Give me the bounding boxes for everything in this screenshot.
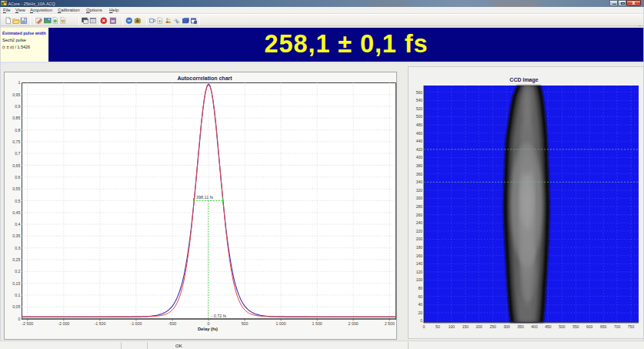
svg-text:0: 0: [420, 318, 422, 323]
svg-text:0,35: 0,35: [12, 233, 20, 238]
svg-text:Autocorrelation chart: Autocorrelation chart: [177, 76, 232, 81]
svg-text:600: 600: [586, 324, 593, 329]
svg-text:340: 340: [416, 180, 423, 184]
svg-text:50: 50: [435, 324, 440, 329]
svg-text:450: 450: [545, 324, 552, 329]
svg-text:CCD Image: CCD Image: [509, 77, 538, 83]
svg-text:40: 40: [418, 302, 422, 307]
svg-text:0,15: 0,15: [12, 281, 20, 286]
svg-text:0: 0: [423, 324, 425, 329]
svg-text:0: 0: [208, 321, 210, 326]
svg-text:2 000: 2 000: [349, 321, 359, 326]
svg-text:120: 120: [416, 270, 423, 274]
svg-text:-1 500: -1 500: [94, 321, 105, 326]
svg-text:20: 20: [418, 310, 422, 315]
svg-text:320: 320: [416, 188, 423, 193]
svg-text:300: 300: [503, 324, 510, 329]
svg-text:300: 300: [416, 196, 423, 200]
svg-text:398,11 fs: 398,11 fs: [196, 195, 213, 200]
svg-text:750: 750: [628, 324, 635, 329]
svg-text:0,85: 0,85: [12, 116, 20, 120]
svg-text:0,75: 0,75: [12, 139, 20, 144]
svg-text:160: 160: [416, 253, 423, 258]
svg-text:400: 400: [531, 324, 538, 329]
svg-text:460: 460: [416, 131, 423, 136]
svg-text:Delay (fs): Delay (fs): [198, 327, 218, 331]
svg-text:380: 380: [416, 163, 423, 168]
svg-text:0,7: 0,7: [15, 151, 20, 156]
svg-text:560: 560: [416, 90, 423, 95]
svg-text:220: 220: [416, 229, 423, 233]
svg-text:0,6: 0,6: [15, 175, 20, 180]
svg-text:100: 100: [449, 324, 455, 329]
svg-text:650: 650: [600, 324, 607, 329]
svg-text:0,5: 0,5: [15, 199, 20, 203]
svg-text:140: 140: [416, 261, 423, 266]
svg-text:-500: -500: [169, 321, 177, 326]
svg-text:250: 250: [490, 324, 497, 329]
svg-text:0,65: 0,65: [12, 163, 20, 168]
svg-text:0,2: 0,2: [15, 269, 20, 273]
svg-text:0,4: 0,4: [15, 222, 20, 227]
svg-text:150: 150: [462, 324, 469, 329]
svg-text:100: 100: [416, 277, 423, 282]
svg-text:1 000: 1 000: [275, 321, 285, 326]
svg-text:0,45: 0,45: [12, 210, 20, 215]
svg-text:0,8: 0,8: [15, 128, 20, 133]
svg-text:200: 200: [416, 237, 423, 241]
svg-text:1: 1: [18, 80, 21, 85]
svg-text:420: 420: [416, 147, 423, 152]
svg-text:280: 280: [416, 204, 423, 209]
svg-text:440: 440: [416, 139, 423, 143]
svg-text:80: 80: [418, 286, 422, 290]
svg-text:350: 350: [517, 324, 524, 329]
svg-text:0,05: 0,05: [12, 304, 20, 309]
svg-text:-1 000: -1 000: [130, 321, 142, 326]
svg-text:0,9: 0,9: [15, 104, 20, 109]
svg-text:500: 500: [559, 324, 566, 329]
svg-text:200: 200: [476, 324, 483, 329]
svg-text:0,95: 0,95: [12, 92, 20, 97]
svg-text:1 500: 1 500: [312, 321, 322, 326]
svg-text:500: 500: [242, 321, 249, 326]
svg-text:180: 180: [416, 245, 423, 250]
svg-text:2 500: 2 500: [385, 321, 395, 326]
svg-text:0,1: 0,1: [15, 293, 20, 297]
svg-text:60: 60: [418, 294, 422, 299]
svg-text:-2 000: -2 000: [58, 321, 69, 326]
svg-text:0,25: 0,25: [12, 257, 20, 262]
svg-text:700: 700: [614, 324, 621, 329]
svg-text:520: 520: [416, 106, 423, 111]
svg-text:240: 240: [416, 220, 423, 225]
svg-text:0: 0: [18, 317, 21, 321]
svg-text:-2 500: -2 500: [22, 321, 33, 326]
svg-text:500: 500: [416, 114, 423, 119]
svg-text:- 0,72 fs: - 0,72 fs: [212, 314, 227, 318]
svg-text:0,55: 0,55: [12, 186, 20, 191]
svg-text:260: 260: [416, 213, 423, 217]
svg-text:0,3: 0,3: [15, 246, 20, 250]
svg-text:400: 400: [416, 155, 423, 159]
svg-text:550: 550: [572, 324, 579, 329]
svg-text:480: 480: [416, 122, 423, 127]
svg-text:360: 360: [416, 172, 423, 176]
svg-text:540: 540: [416, 98, 423, 102]
